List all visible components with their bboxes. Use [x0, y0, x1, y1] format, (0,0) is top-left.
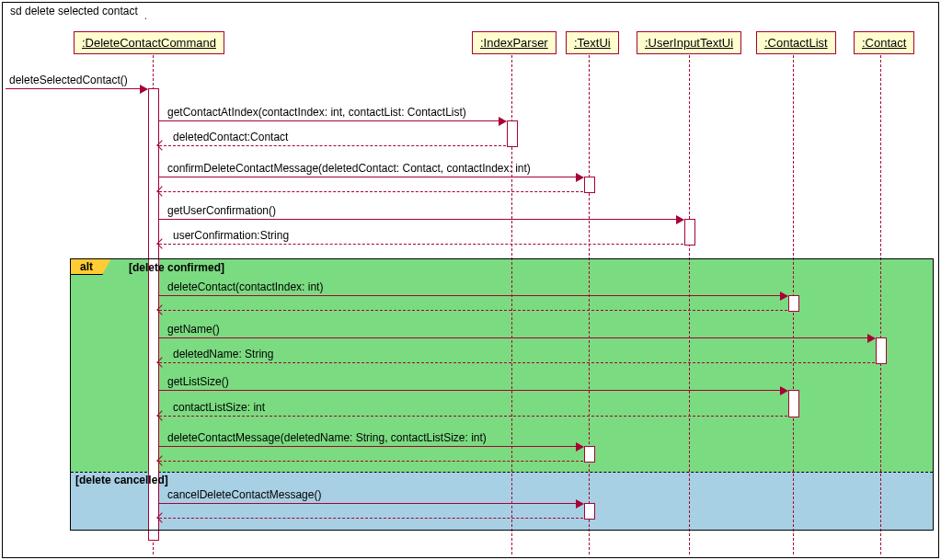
lbl-delete-contact-message: deleteContactMessage(deletedName: String… [167, 431, 487, 444]
lifeline-contact [880, 51, 881, 554]
activation-text-ui-2 [584, 446, 595, 463]
ret-cancel-delete-message [159, 518, 583, 519]
ret-deleted-contact [159, 145, 506, 146]
ret-delete-contact-message [159, 461, 583, 462]
msg-delete-contact [159, 295, 787, 296]
lifeline-user-input-text-ui [689, 51, 690, 554]
alt-label: alt [70, 258, 103, 275]
activation-contact [876, 337, 887, 364]
participant-contact-list: :ContactList [756, 31, 836, 54]
msg-get-name [159, 337, 875, 338]
msg-delete-contact-message [159, 446, 583, 447]
lbl-delete-selected-contact: deleteSelectedContact() [9, 74, 128, 86]
participant-contact: :Contact [854, 31, 914, 54]
ret-deleted-name [159, 362, 875, 363]
lbl-confirm-delete-message: confirmDeleteContactMessage(deletedConta… [167, 162, 531, 175]
participant-delete-command: :DeleteContactCommand [74, 31, 224, 54]
msg-confirm-delete-message [159, 177, 583, 177]
msg-delete-selected-contact [6, 88, 147, 89]
ret-delete-contact [159, 310, 787, 311]
lbl-user-confirmation: userConfirmation:String [173, 229, 289, 242]
activation-user-input-text-ui [684, 219, 695, 246]
participant-index-parser: :IndexParser [472, 31, 557, 54]
lbl-delete-contact: deleteContact(contactIndex: int) [167, 280, 323, 293]
lbl-get-user-confirmation: getUserConfirmation() [167, 204, 276, 217]
lifeline-text-ui [589, 51, 590, 554]
lbl-cancel-delete-message: cancelDeleteContactMessage() [167, 488, 321, 501]
participant-user-input-text-ui: :UserInputTextUi [637, 31, 741, 54]
diagram-title-tab: sd delete selected contact [2, 2, 146, 19]
lbl-deleted-name: deletedName: String [173, 348, 273, 360]
lbl-get-name: getName() [167, 323, 220, 336]
activation-contact-list-1 [788, 295, 799, 312]
ret-contact-list-size [159, 416, 787, 417]
msg-get-contact-at-index [159, 120, 506, 121]
lbl-deleted-contact: deletedContact:Contact [173, 131, 288, 143]
sequence-diagram: sd delete selected contact :DeleteContac… [0, 0, 941, 560]
activation-text-ui-1 [584, 177, 595, 193]
lbl-get-contact-at-index: getContactAtIndex(contactIndex: int, con… [167, 106, 466, 119]
lbl-contact-list-size: contactListSize: int [173, 401, 265, 414]
ret-user-confirmation [159, 244, 683, 245]
guard-delete-cancelled: [delete cancelled] [75, 474, 168, 486]
msg-cancel-delete-message [159, 503, 583, 504]
guard-delete-confirmed: [delete confirmed] [129, 261, 224, 274]
lbl-get-list-size: getListSize() [167, 375, 229, 388]
alt-divider [71, 472, 933, 473]
activation-index-parser [507, 120, 518, 147]
msg-get-list-size [159, 390, 787, 391]
activation-text-ui-3 [584, 503, 595, 520]
participant-text-ui: :TextUi [566, 31, 619, 54]
ret-confirm-delete-message [159, 191, 583, 192]
msg-get-user-confirmation [159, 219, 683, 220]
activation-contact-list-2 [788, 390, 799, 417]
